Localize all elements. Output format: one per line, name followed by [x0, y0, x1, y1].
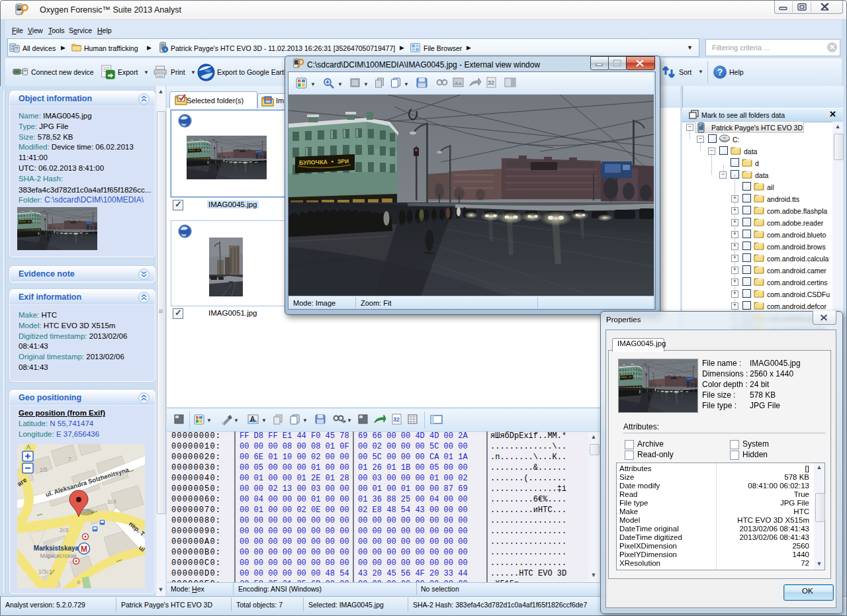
svg-text:Марксистская: Марксистская	[40, 552, 77, 559]
svg-text:1c4: 1c4	[107, 498, 116, 505]
svg-text:4: 4	[77, 579, 80, 586]
svg-text:M: M	[81, 545, 87, 554]
svg-text:32: 32	[393, 416, 400, 423]
svg-text:2c6: 2c6	[60, 527, 69, 533]
svg-text:7: 7	[68, 456, 71, 462]
svg-text:1/3c1: 1/3c1	[38, 568, 52, 575]
svg-text:i: i	[165, 47, 166, 52]
svg-text:1/5: 1/5	[40, 466, 48, 473]
svg-text:Marksistskaya: Marksistskaya	[34, 545, 79, 552]
svg-text:32: 32	[488, 79, 494, 86]
svg-text:A: A	[250, 416, 255, 423]
